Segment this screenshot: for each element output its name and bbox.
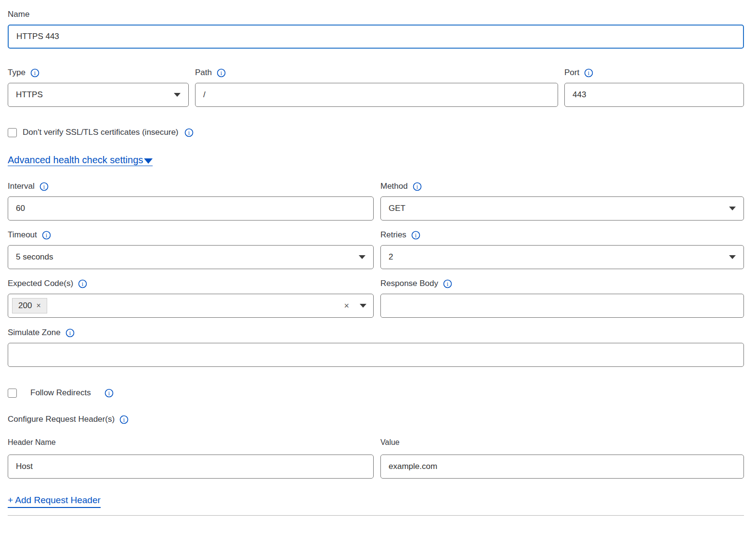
- response-body-label: Response Body i: [380, 278, 744, 289]
- svg-text:i: i: [123, 416, 125, 423]
- clear-all-icon[interactable]: ×: [344, 301, 349, 311]
- info-icon[interactable]: i: [78, 279, 87, 288]
- response-body-field: Response Body i: [380, 278, 744, 318]
- info-icon[interactable]: i: [30, 68, 39, 78]
- follow-redirects-checkbox[interactable]: [8, 389, 17, 398]
- path-field: Path i: [195, 67, 558, 107]
- advanced-settings-link-text: Advanced health check settings: [8, 155, 143, 166]
- svg-text:i: i: [588, 69, 590, 76]
- header-value-field: Value: [380, 437, 744, 479]
- simulate-zone-field: Simulate Zone i: [8, 327, 744, 367]
- ssl-verify-checkbox[interactable]: [8, 128, 17, 137]
- info-icon[interactable]: i: [184, 128, 194, 137]
- interval-field: Interval i: [8, 181, 374, 221]
- timeout-retries-row: Timeout i 5 seconds Retries i 2: [8, 229, 744, 269]
- header-value-label: Value: [380, 437, 744, 448]
- add-request-header-link[interactable]: + Add Request Header: [8, 495, 101, 508]
- name-input[interactable]: [8, 25, 744, 49]
- chevron-down-icon: [729, 255, 736, 259]
- response-body-input[interactable]: [380, 294, 744, 318]
- timeout-select[interactable]: 5 seconds: [8, 245, 374, 269]
- interval-label-text: Interval: [8, 181, 35, 192]
- info-icon[interactable]: i: [42, 231, 51, 240]
- simulate-zone-input[interactable]: [8, 343, 744, 367]
- request-headers-section-label: Configure Request Header(s) i: [8, 414, 744, 425]
- info-icon[interactable]: i: [411, 231, 420, 240]
- name-label-text: Name: [8, 9, 29, 20]
- remove-tag-icon[interactable]: ×: [36, 301, 40, 310]
- svg-text:i: i: [43, 183, 45, 190]
- chevron-down-icon: [729, 207, 736, 210]
- svg-text:i: i: [221, 69, 222, 76]
- port-input[interactable]: [564, 83, 744, 107]
- timeout-label: Timeout i: [8, 229, 374, 241]
- code-tag: 200 ×: [12, 298, 47, 313]
- timeout-field: Timeout i 5 seconds: [8, 229, 374, 269]
- header-name-field: Header Name: [8, 437, 374, 479]
- interval-method-row: Interval i Method i GET: [8, 181, 744, 221]
- advanced-settings-row: Advanced health check settings: [8, 155, 744, 166]
- add-request-header-row: + Add Request Header: [8, 495, 744, 508]
- type-label-text: Type: [8, 67, 26, 78]
- header-name-label: Header Name: [8, 437, 374, 448]
- chevron-down-icon: [144, 158, 153, 164]
- method-field: Method i GET: [380, 181, 744, 221]
- retries-label-text: Retries: [380, 229, 406, 241]
- expected-codes-field: Expected Code(s) i 200 × ×: [8, 278, 374, 318]
- info-icon[interactable]: i: [104, 389, 114, 398]
- svg-text:i: i: [108, 390, 110, 396]
- code-tag-text: 200: [18, 301, 32, 311]
- method-select-value: GET: [389, 204, 405, 213]
- port-field: Port i: [564, 67, 744, 107]
- health-check-form: Name Type i HTTPS Path i: [0, 0, 756, 516]
- codes-body-row: Expected Code(s) i 200 × × Response Body: [8, 278, 744, 318]
- retries-field: Retries i 2: [380, 229, 744, 269]
- multiselect-controls: ×: [344, 301, 366, 311]
- svg-text:i: i: [69, 329, 71, 336]
- ssl-verify-checkbox-row: Don't verify SSL/TLS certificates (insec…: [8, 128, 744, 137]
- type-label: Type i: [8, 67, 189, 78]
- info-icon[interactable]: i: [217, 68, 226, 78]
- info-icon[interactable]: i: [413, 182, 422, 191]
- interval-label: Interval i: [8, 181, 374, 192]
- interval-input[interactable]: [8, 196, 374, 221]
- info-icon[interactable]: i: [584, 68, 593, 78]
- expected-codes-label: Expected Code(s) i: [8, 278, 374, 289]
- timeout-label-text: Timeout: [8, 229, 37, 241]
- method-label-text: Method: [380, 181, 408, 192]
- expected-codes-multiselect[interactable]: 200 × ×: [8, 294, 374, 318]
- advanced-settings-link[interactable]: Advanced health check settings: [8, 155, 153, 166]
- svg-text:i: i: [46, 232, 48, 238]
- simulate-zone-label-text: Simulate Zone: [8, 327, 61, 338]
- port-label: Port i: [564, 67, 744, 78]
- timeout-select-value: 5 seconds: [16, 252, 53, 262]
- info-icon[interactable]: i: [39, 182, 49, 191]
- svg-text:i: i: [188, 129, 190, 136]
- method-select[interactable]: GET: [380, 196, 744, 221]
- svg-text:i: i: [447, 280, 449, 287]
- section-divider: [8, 515, 744, 516]
- svg-text:i: i: [82, 280, 84, 287]
- header-value-input[interactable]: [380, 455, 744, 479]
- retries-select-value: 2: [389, 252, 393, 262]
- header-name-input[interactable]: [8, 455, 374, 479]
- name-label: Name: [8, 9, 744, 20]
- type-path-port-row: Type i HTTPS Path i Port: [8, 67, 744, 107]
- header-value-label-text: Value: [380, 437, 400, 448]
- path-input[interactable]: [195, 83, 558, 107]
- request-headers-section-text: Configure Request Header(s): [8, 414, 115, 425]
- chevron-down-icon: [359, 255, 365, 259]
- type-select[interactable]: HTTPS: [8, 83, 189, 107]
- chevron-down-icon[interactable]: [360, 304, 366, 308]
- svg-text:i: i: [417, 183, 418, 190]
- retries-label: Retries i: [380, 229, 744, 241]
- path-label-text: Path: [195, 67, 212, 78]
- info-icon[interactable]: i: [443, 279, 452, 288]
- info-icon[interactable]: i: [65, 328, 75, 338]
- expected-codes-label-text: Expected Code(s): [8, 278, 73, 289]
- header-name-label-text: Header Name: [8, 437, 56, 448]
- retries-select[interactable]: 2: [380, 245, 744, 269]
- method-label: Method i: [380, 181, 744, 192]
- info-icon[interactable]: i: [119, 415, 129, 424]
- response-body-label-text: Response Body: [380, 278, 438, 289]
